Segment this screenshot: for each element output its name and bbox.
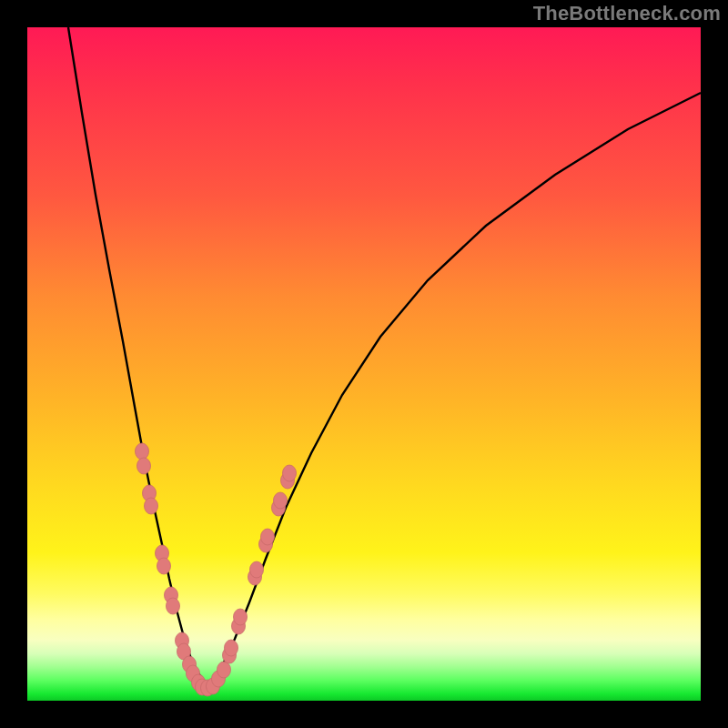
marker-dot — [283, 465, 297, 481]
plot-area — [27, 27, 701, 701]
v-curve — [68, 27, 701, 682]
marker-dot — [217, 662, 231, 678]
marker-dot — [136, 443, 149, 460]
marker-dot — [225, 640, 238, 656]
marker-dot — [250, 561, 264, 578]
marker-dot — [261, 529, 275, 545]
marker-dot — [157, 558, 171, 574]
marker-dot — [145, 498, 158, 514]
chart-svg — [27, 27, 701, 701]
outer-frame: TheBottleneck.com — [0, 0, 728, 728]
marker-dot — [234, 609, 248, 625]
marker-dot — [167, 598, 180, 614]
watermark-text: TheBottleneck.com — [533, 2, 721, 25]
curve-path — [68, 27, 701, 682]
marker-dot — [274, 492, 288, 509]
markers-right-cluster — [223, 465, 297, 663]
marker-dot — [137, 458, 151, 474]
